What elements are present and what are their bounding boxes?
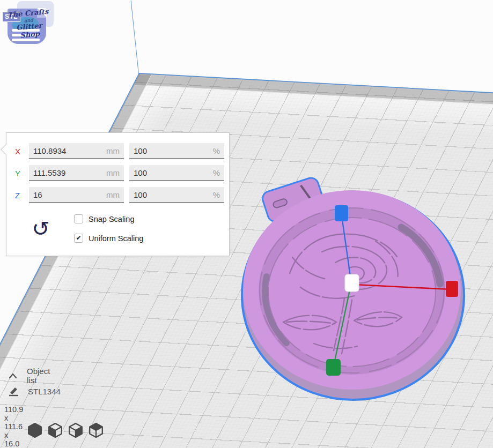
scale-row-x: X 110.8934 mm 100 % [15,143,224,159]
scale-y-mm-value: 111.5539 [33,168,65,177]
axis-label-y: Y [15,169,29,178]
scale-z-mm-input[interactable]: 16 mm [29,187,124,203]
scale-y-percent-input[interactable]: 100 % [129,165,224,181]
model-rose-mold[interactable] [242,190,464,400]
view-right-button[interactable] [68,421,84,439]
snap-scaling-checkbox[interactable] [74,214,83,223]
scale-y-mm-input[interactable]: 111.5539 mm [29,165,124,181]
scale-x-mm-value: 110.8934 [33,146,66,155]
application-window: { "logo": { "badge": "STL", "watermark_l… [0,0,493,448]
scale-row-z: Z 16 mm 100 % [15,187,224,203]
axis-label-x: X [15,147,29,156]
view-3d-button[interactable] [6,421,23,439]
view-front-button[interactable] [27,421,43,439]
scale-handle-y[interactable] [326,359,341,376]
scale-z-percent-input[interactable]: 100 % [129,187,224,203]
unit-percent: % [213,146,220,155]
view-left-button[interactable] [47,421,63,439]
scale-handle-center[interactable] [345,274,359,292]
scale-x-percent-value: 100 [134,146,147,155]
object-list-toggle[interactable]: Object list [8,367,50,385]
unit-percent: % [213,190,220,199]
rename-pencil-icon[interactable] [8,386,19,397]
snap-scaling-row: Snap Scaling [74,214,134,223]
chevron-up-icon [8,371,18,380]
uniform-scaling-row: ✔ Uniform Scaling [74,234,143,243]
uniform-scaling-checkbox[interactable]: ✔ [74,234,83,243]
view-top-button[interactable] [88,421,104,439]
scale-y-percent-value: 100 [134,168,147,177]
scale-x-percent-input[interactable]: 100 % [129,143,224,159]
scale-tool-panel: X 110.8934 mm 100 % Y 111.5539 mm 100 % … [6,132,230,256]
snap-scaling-label: Snap Scaling [89,215,134,223]
camera-view-toolbar [6,421,104,439]
scale-handle-z[interactable] [335,205,348,221]
selected-object-name: STL1344 [28,387,61,396]
scale-row-y: Y 111.5539 mm 100 % [15,165,224,181]
selected-object-row[interactable]: STL1344 [8,386,61,397]
scale-handle-x[interactable] [446,281,458,297]
shop-logo: STL The Crafts and Glitter Shop [2,1,54,50]
scale-z-percent-value: 100 [134,190,147,199]
object-list-label: Object list [27,367,50,385]
axis-label-z: Z [15,191,29,200]
shop-watermark-text: The Crafts and Glitter Shop [5,8,53,41]
uniform-scaling-label: Uniform Scaling [89,234,143,243]
unit-mm: mm [106,168,120,177]
scale-z-mm-value: 16 [33,190,42,199]
unit-mm: mm [106,146,120,155]
unit-percent: % [213,168,220,177]
reset-scale-button[interactable]: ↺ [32,219,49,239]
scale-x-mm-input[interactable]: 110.8934 mm [29,143,124,159]
unit-mm: mm [106,190,120,199]
